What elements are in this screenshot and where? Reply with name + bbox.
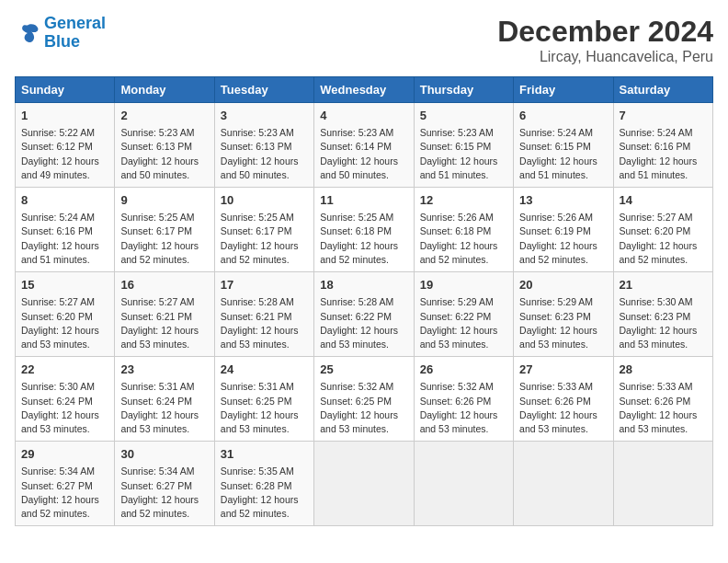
page-title: December 2024 (497, 15, 713, 49)
weekday-header: Sunday (16, 77, 115, 103)
day-number: 7 (620, 108, 707, 124)
day-number: 2 (120, 108, 208, 124)
calendar-cell: 17Sunrise: 5:28 AM Sunset: 6:21 PM Dayli… (214, 272, 313, 357)
day-info: Sunrise: 5:28 AM Sunset: 6:21 PM Dayligh… (221, 295, 308, 351)
logo: General Blue (15, 15, 106, 52)
calendar-cell (414, 442, 513, 526)
day-number: 10 (221, 192, 308, 209)
calendar-cell: 25Sunrise: 5:32 AM Sunset: 6:25 PM Dayli… (314, 357, 414, 442)
calendar-week: 22Sunrise: 5:30 AM Sunset: 6:24 PM Dayli… (16, 357, 713, 442)
day-number: 9 (120, 192, 208, 209)
day-info: Sunrise: 5:31 AM Sunset: 6:24 PM Dayligh… (120, 380, 208, 436)
calendar-cell: 20Sunrise: 5:29 AM Sunset: 6:23 PM Dayli… (514, 272, 613, 357)
day-number: 24 (221, 362, 308, 378)
calendar-cell: 6Sunrise: 5:24 AM Sunset: 6:15 PM Daylig… (514, 103, 613, 188)
calendar-week: 1Sunrise: 5:22 AM Sunset: 6:12 PM Daylig… (16, 103, 713, 188)
day-info: Sunrise: 5:26 AM Sunset: 6:19 PM Dayligh… (519, 211, 607, 267)
day-info: Sunrise: 5:33 AM Sunset: 6:26 PM Dayligh… (519, 380, 607, 436)
day-number: 28 (620, 362, 707, 378)
day-number: 11 (320, 192, 407, 209)
weekday-header: Thursday (414, 77, 513, 103)
calendar-week: 8Sunrise: 5:24 AM Sunset: 6:16 PM Daylig… (16, 188, 713, 272)
day-info: Sunrise: 5:24 AM Sunset: 6:16 PM Dayligh… (21, 211, 108, 267)
day-number: 31 (221, 446, 308, 463)
calendar-cell: 9Sunrise: 5:25 AM Sunset: 6:17 PM Daylig… (115, 188, 214, 272)
weekday-header: Tuesday (214, 77, 313, 103)
calendar-cell (514, 442, 613, 526)
day-info: Sunrise: 5:30 AM Sunset: 6:24 PM Dayligh… (21, 380, 108, 436)
day-number: 5 (420, 108, 507, 124)
weekday-header: Monday (115, 77, 214, 103)
weekday-header: Friday (514, 77, 613, 103)
day-number: 16 (120, 277, 208, 293)
day-info: Sunrise: 5:27 AM Sunset: 6:21 PM Dayligh… (120, 295, 208, 351)
calendar-cell: 3Sunrise: 5:23 AM Sunset: 6:13 PM Daylig… (214, 103, 313, 188)
day-info: Sunrise: 5:27 AM Sunset: 6:20 PM Dayligh… (620, 211, 707, 267)
day-info: Sunrise: 5:23 AM Sunset: 6:15 PM Dayligh… (420, 126, 507, 182)
day-info: Sunrise: 5:30 AM Sunset: 6:23 PM Dayligh… (620, 295, 707, 351)
calendar-cell: 1Sunrise: 5:22 AM Sunset: 6:12 PM Daylig… (16, 103, 115, 188)
calendar-cell: 14Sunrise: 5:27 AM Sunset: 6:20 PM Dayli… (613, 188, 712, 272)
day-info: Sunrise: 5:26 AM Sunset: 6:18 PM Dayligh… (420, 211, 507, 267)
calendar-cell: 22Sunrise: 5:30 AM Sunset: 6:24 PM Dayli… (16, 357, 115, 442)
calendar-cell: 13Sunrise: 5:26 AM Sunset: 6:19 PM Dayli… (514, 188, 613, 272)
day-number: 3 (221, 108, 308, 124)
day-number: 13 (519, 192, 607, 209)
day-number: 19 (420, 277, 507, 293)
calendar-cell: 31Sunrise: 5:35 AM Sunset: 6:28 PM Dayli… (214, 442, 313, 526)
calendar-cell (314, 442, 414, 526)
calendar-cell: 11Sunrise: 5:25 AM Sunset: 6:18 PM Dayli… (314, 188, 414, 272)
calendar-cell: 4Sunrise: 5:23 AM Sunset: 6:14 PM Daylig… (314, 103, 414, 188)
calendar-cell: 18Sunrise: 5:28 AM Sunset: 6:22 PM Dayli… (314, 272, 414, 357)
day-number: 12 (420, 192, 507, 209)
day-info: Sunrise: 5:22 AM Sunset: 6:12 PM Dayligh… (21, 126, 108, 182)
calendar-cell: 7Sunrise: 5:24 AM Sunset: 6:16 PM Daylig… (613, 103, 712, 188)
logo-text: General Blue (44, 15, 106, 52)
day-info: Sunrise: 5:27 AM Sunset: 6:20 PM Dayligh… (21, 295, 108, 351)
day-number: 23 (120, 362, 208, 378)
day-number: 4 (320, 108, 407, 124)
logo-icon (15, 20, 40, 46)
weekday-row: SundayMondayTuesdayWednesdayThursdayFrid… (16, 77, 713, 103)
calendar-cell (613, 442, 712, 526)
day-number: 26 (420, 362, 507, 378)
day-info: Sunrise: 5:24 AM Sunset: 6:16 PM Dayligh… (620, 126, 707, 182)
day-info: Sunrise: 5:33 AM Sunset: 6:26 PM Dayligh… (620, 380, 707, 436)
calendar-cell: 2Sunrise: 5:23 AM Sunset: 6:13 PM Daylig… (115, 103, 214, 188)
day-info: Sunrise: 5:25 AM Sunset: 6:17 PM Dayligh… (120, 211, 208, 267)
day-number: 17 (221, 277, 308, 293)
page-header: General Blue December 2024 Lircay, Huanc… (15, 15, 713, 65)
day-info: Sunrise: 5:32 AM Sunset: 6:26 PM Dayligh… (420, 380, 507, 436)
day-number: 22 (21, 362, 108, 378)
calendar-cell: 10Sunrise: 5:25 AM Sunset: 6:17 PM Dayli… (214, 188, 313, 272)
calendar-week: 15Sunrise: 5:27 AM Sunset: 6:20 PM Dayli… (16, 272, 713, 357)
day-info: Sunrise: 5:34 AM Sunset: 6:27 PM Dayligh… (21, 465, 108, 521)
calendar-cell: 27Sunrise: 5:33 AM Sunset: 6:26 PM Dayli… (514, 357, 613, 442)
calendar-cell: 12Sunrise: 5:26 AM Sunset: 6:18 PM Dayli… (414, 188, 513, 272)
day-number: 18 (320, 277, 407, 293)
day-number: 14 (620, 192, 707, 209)
day-number: 21 (620, 277, 707, 293)
calendar-cell: 23Sunrise: 5:31 AM Sunset: 6:24 PM Dayli… (115, 357, 214, 442)
day-info: Sunrise: 5:25 AM Sunset: 6:17 PM Dayligh… (221, 211, 308, 267)
calendar-cell: 21Sunrise: 5:30 AM Sunset: 6:23 PM Dayli… (613, 272, 712, 357)
calendar-body: 1Sunrise: 5:22 AM Sunset: 6:12 PM Daylig… (16, 103, 713, 526)
day-info: Sunrise: 5:32 AM Sunset: 6:25 PM Dayligh… (320, 380, 407, 436)
day-info: Sunrise: 5:24 AM Sunset: 6:15 PM Dayligh… (519, 126, 607, 182)
calendar-cell: 15Sunrise: 5:27 AM Sunset: 6:20 PM Dayli… (16, 272, 115, 357)
day-info: Sunrise: 5:28 AM Sunset: 6:22 PM Dayligh… (320, 295, 407, 351)
calendar-table: SundayMondayTuesdayWednesdayThursdayFrid… (15, 76, 713, 526)
day-info: Sunrise: 5:23 AM Sunset: 6:13 PM Dayligh… (221, 126, 308, 182)
calendar-cell: 8Sunrise: 5:24 AM Sunset: 6:16 PM Daylig… (16, 188, 115, 272)
calendar-cell: 28Sunrise: 5:33 AM Sunset: 6:26 PM Dayli… (613, 357, 712, 442)
day-number: 20 (519, 277, 607, 293)
day-number: 6 (519, 108, 607, 124)
page-subtitle: Lircay, Huancavelica, Peru (497, 49, 713, 65)
calendar-cell: 5Sunrise: 5:23 AM Sunset: 6:15 PM Daylig… (414, 103, 513, 188)
day-number: 15 (21, 277, 108, 293)
day-info: Sunrise: 5:35 AM Sunset: 6:28 PM Dayligh… (221, 465, 308, 521)
weekday-header: Saturday (613, 77, 712, 103)
calendar-cell: 30Sunrise: 5:34 AM Sunset: 6:27 PM Dayli… (115, 442, 214, 526)
calendar-header: SundayMondayTuesdayWednesdayThursdayFrid… (16, 77, 713, 103)
day-info: Sunrise: 5:23 AM Sunset: 6:13 PM Dayligh… (120, 126, 208, 182)
